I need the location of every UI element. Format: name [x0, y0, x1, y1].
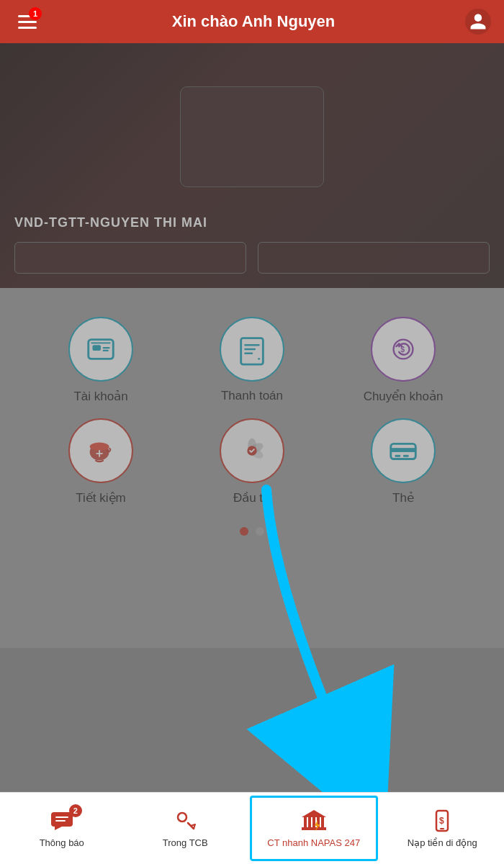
phone-dollar-icon: $	[429, 809, 455, 834]
header: 1 Xin chào Anh Nguyen	[0, 0, 504, 43]
thanh-toan-circle	[220, 317, 284, 382]
bank-icon	[299, 809, 329, 834]
svg-text:$: $	[439, 816, 444, 826]
dau-tu-label: Đầu tư	[233, 490, 271, 505]
dau-tu-circle	[220, 418, 284, 483]
svg-text:$: $	[400, 345, 405, 354]
sidebar-item-thanh-toan[interactable]: Thanh toán	[180, 317, 324, 404]
pagination-dots	[0, 527, 504, 536]
sidebar-item-chuyen-khoan[interactable]: $ Chuyển khoản	[331, 317, 475, 404]
svg-rect-15	[395, 455, 401, 457]
svg-point-7	[90, 443, 109, 451]
the-circle	[371, 418, 436, 483]
the-label: Thẻ	[392, 490, 414, 505]
menu-button[interactable]: 1	[13, 7, 42, 36]
trong-tcb-label: Trong TCB	[163, 837, 208, 848]
thong-bao-badge: 2	[69, 804, 82, 817]
tiet-kiem-icon	[84, 434, 117, 467]
nap-tien-icon-wrapper: $	[429, 809, 455, 834]
nav-item-thong-bao[interactable]: 2 Thông báo	[0, 793, 124, 864]
svg-point-3	[258, 358, 260, 360]
banner-btn-right[interactable]	[258, 242, 490, 274]
tiet-kiem-circle	[68, 418, 133, 483]
svg-rect-22	[308, 817, 311, 827]
svg-point-8	[107, 449, 109, 452]
napas-icon-wrapper	[299, 809, 329, 834]
svg-rect-1	[93, 345, 102, 351]
svg-marker-20	[302, 810, 326, 817]
main-content: Tài khoản Thanh toán	[0, 288, 504, 648]
sidebar-item-tai-khoan[interactable]: Tài khoản	[29, 317, 173, 404]
dot-2[interactable]	[256, 527, 264, 536]
icon-grid: Tài khoản Thanh toán	[0, 310, 504, 527]
tai-khoan-icon	[84, 333, 117, 366]
chuyen-khoan-circle: $	[371, 317, 436, 382]
sidebar-item-tiet-kiem[interactable]: Tiết kiệm	[29, 418, 173, 505]
tai-khoan-circle	[68, 317, 133, 382]
menu-badge: 1	[29, 7, 42, 20]
svg-rect-26	[302, 827, 326, 830]
header-title: Xin chào Anh Nguyen	[42, 12, 465, 31]
svg-rect-14	[391, 448, 416, 452]
banner-btn-left[interactable]	[14, 242, 246, 274]
chuyen-khoan-label: Chuyển khoản	[364, 389, 444, 404]
banner: VND-TGTT-NGUYEN THI MAI	[0, 43, 504, 288]
svg-rect-25	[321, 817, 324, 827]
tcb-icon	[172, 809, 198, 834]
sidebar-item-dau-tu[interactable]: Đầu tư	[180, 418, 324, 505]
bottom-nav: 2 Thông báo Trong TCB	[0, 792, 504, 864]
sidebar-item-the[interactable]: Thẻ	[331, 418, 475, 505]
page: 1 Xin chào Anh Nguyen VND-TGTT-NGUYEN TH…	[0, 0, 504, 864]
tiet-kiem-label: Tiết kiệm	[76, 490, 125, 505]
profile-icon	[469, 12, 487, 31]
profile-button[interactable]	[465, 9, 491, 35]
tai-khoan-label: Tài khoản	[73, 389, 127, 404]
svg-rect-16	[403, 455, 409, 457]
trong-tcb-icon-wrapper	[172, 809, 198, 834]
the-icon	[387, 434, 420, 467]
banner-account-name: VND-TGTT-NGUYEN THI MAI	[14, 215, 207, 230]
banner-card	[180, 86, 324, 187]
thong-bao-icon-wrapper: 2	[49, 809, 75, 834]
thong-bao-label: Thông báo	[40, 837, 84, 848]
nav-item-nap-tien[interactable]: $ Nạp tiền di động	[381, 793, 505, 864]
svg-rect-18	[51, 812, 73, 827]
napas-label: CT nhanh NAPAS 247	[267, 837, 360, 848]
banner-buttons	[14, 242, 490, 274]
svg-point-19	[178, 813, 186, 822]
dau-tu-icon	[235, 434, 269, 467]
thanh-toan-icon	[235, 333, 269, 366]
nav-item-ct-nhanh-napas[interactable]: CT nhanh NAPAS 247	[250, 796, 378, 861]
svg-rect-30	[440, 828, 444, 829]
svg-rect-21	[304, 817, 307, 827]
thanh-toan-label: Thanh toán	[221, 389, 283, 403]
chuyen-khoan-icon: $	[387, 333, 420, 366]
nav-item-trong-tcb[interactable]: Trong TCB	[124, 793, 248, 864]
nap-tien-label: Nạp tiền di động	[408, 837, 477, 848]
svg-rect-2	[241, 338, 264, 364]
dot-1[interactable]	[240, 527, 248, 536]
